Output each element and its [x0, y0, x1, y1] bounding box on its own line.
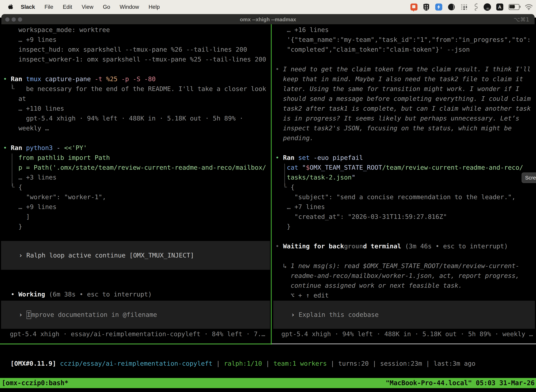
terminal-line: … +7 lines: [275, 202, 536, 212]
terminal-line: … +9 lines: [3, 35, 271, 45]
pane-divider[interactable]: [271, 24, 272, 345]
apple-logo[interactable]: [8, 4, 13, 10]
terminal-line: keep that in mind. Maybe I also need the…: [275, 74, 536, 84]
right-input-placeholder: Explain this codebase: [295, 311, 379, 318]
terminal-line: "completed","claim_token":"claim-token"}…: [275, 45, 536, 54]
terminal-line: • I need to get the claim token from the…: [275, 64, 536, 74]
omx-ralph-counter: ralph:1/10: [224, 360, 262, 367]
bolt-app-icon[interactable]: [435, 3, 442, 11]
left-input-placeholder: mprove documentation in @filename: [31, 311, 157, 318]
terminal-line: from pathlib import Path: [3, 153, 271, 163]
terminal-line: • Ran python3 - <<'PY': [3, 143, 271, 153]
working-label: Working: [19, 291, 45, 298]
terminal-line: "worker": "worker-1",: [3, 192, 271, 202]
keyboard-layout-label: A: [498, 5, 502, 10]
terminal-line: [275, 143, 536, 153]
left-pane-border: [0, 344, 271, 344]
terminal-line: ↳ 1 new msg(s): read $OMX_TEAM_STATE_ROO…: [275, 261, 536, 271]
keyboard-layout-icon[interactable]: A: [496, 4, 503, 10]
terminal-line: └ {: [275, 182, 536, 192]
working-status-line: • Working (6m 38s • esc to interrupt): [3, 280, 152, 289]
terminal-line: [275, 232, 536, 241]
ralph-status-text: Ralph loop active continue [OMX_TMUX_INJ…: [26, 252, 194, 259]
menu-item-view[interactable]: View: [81, 4, 93, 10]
wifi-icon[interactable]: [525, 4, 533, 10]
ralph-prompt-chevron: ›: [19, 252, 23, 259]
terminal-line: [3, 64, 271, 74]
terminal-line: workspace_mode: worktree: [3, 25, 271, 35]
battery-icon[interactable]: [509, 4, 519, 10]
right-pane: … +16 lines '{"team_name":"my-team","tas…: [272, 24, 536, 344]
left-input-chevron: ›: [19, 311, 23, 318]
tmux-session-name[interactable]: [omx-cczip0:bash*: [2, 378, 68, 388]
terminal-line: }: [3, 222, 271, 232]
terminal-line: readme-and-reco/mailbox/worker-1.json, a…: [275, 271, 536, 281]
omx-last-activity: last:3m ago: [433, 360, 475, 367]
terminal-line: is in progress? It seems likely but perh…: [275, 113, 536, 123]
screen: { "menu_bar": { "app": "Slack", "items":…: [0, 0, 536, 392]
right-prompt-input[interactable]: › Explain this codebase: [273, 301, 535, 329]
omx-session-time: session:23m: [380, 360, 422, 367]
omx-status-bar: [OMX#0.11.9] cczip/essay/ai-reimplementa…: [3, 349, 475, 359]
terminal-line: • Ran tmux capture-pane -t %25 -p -S -80: [3, 74, 271, 84]
terminal-line: inspect_worker-1: omx sparkshell --tmux-…: [3, 54, 271, 64]
omx-version: [OMX#0.11.9]: [10, 360, 56, 367]
right-pane-border: [272, 344, 536, 344]
terminal-line: … +9 lines: [3, 202, 271, 212]
terminal-line: [3, 133, 271, 143]
tree-guide-line: [12, 154, 12, 186]
terminal-line: later. Using the same for transition mig…: [275, 84, 536, 94]
menu-item-window[interactable]: Window: [120, 4, 139, 10]
menu-item-slack[interactable]: Slack: [21, 4, 35, 10]
terminal-line: continue assigned work or next feasible …: [275, 281, 536, 290]
left-prompt-input[interactable]: › Improve documentation in @filename: [1, 301, 270, 329]
window-shortcut-hint: ⌥⌘1: [514, 14, 529, 25]
terminal-line: pending.: [275, 133, 536, 143]
terminal-line: p = Path('.omx/state/team/review-current…: [3, 163, 271, 173]
terminal-line: weekly …: [3, 123, 271, 133]
omx-team-workers: team:1 workers: [273, 360, 327, 367]
omx-turns: turns:20: [338, 360, 368, 367]
terminal-line: [275, 54, 536, 64]
terminal-line: ⌥ + ↑ edit: [275, 290, 536, 300]
terminal-line: └ be necessary for the end of the README…: [3, 84, 271, 94]
terminal-line: inspect_hud: omx sparkshell --tmux-pane …: [3, 45, 271, 54]
hook-icon[interactable]: [473, 3, 478, 11]
tmux-host-clock: "MacBook-Pro-44.local" 05:03 31-Mar-26: [386, 378, 535, 388]
ralph-status-box: › Ralph loop active continue [OMX_TMUX_I…: [1, 241, 270, 270]
menu-item-go[interactable]: Go: [103, 4, 110, 10]
timer-badge-label: ..61: [485, 7, 489, 10]
screen-tooltip: Scre: [522, 173, 536, 183]
grid-shield-icon[interactable]: [423, 3, 430, 11]
terminal-line: }: [275, 222, 536, 232]
terminal-line: "subject": "send a concise recommendatio…: [275, 192, 536, 202]
tmux-status-bar: [omx-cczip0:bash* "MacBook-Pro-44.local"…: [0, 378, 536, 388]
crescent-app-icon[interactable]: [448, 3, 455, 11]
terminal-line: tasks/task-2.json": [275, 173, 536, 182]
terminal-line: … +16 lines: [275, 25, 536, 35]
terminal-line: • Ran set -euo pipefail: [275, 153, 536, 163]
terminal-line: inspect task2's JSON, focusing on the st…: [275, 123, 536, 133]
terminal-line: should send a message before completing …: [275, 94, 536, 104]
working-detail: (6m 38s • esc to interrupt): [45, 291, 152, 298]
window-title: omx --xhigh --madmax: [1, 14, 535, 25]
working-bullet: •: [11, 291, 18, 298]
terminal-line: cat "$OMX_TEAM_STATE_ROOT/team/review-cu…: [275, 163, 536, 173]
timer-badge-icon[interactable]: ..61: [483, 3, 491, 11]
right-session-status: gpt-5.4 xhigh · 94% left · 488K in · 5.1…: [281, 329, 533, 339]
window-title-bar: omx --xhigh --madmax ⌥⌘1: [1, 14, 535, 24]
tree-guide-line: [12, 84, 12, 89]
menu-item-edit[interactable]: Edit: [63, 4, 72, 10]
terminal-line: '{"team_name":"my-team","task_id":"1","f…: [275, 35, 536, 45]
chat-app-icon[interactable]: [411, 4, 417, 10]
dots-grid-icon[interactable]: [460, 3, 468, 11]
menu-item-file[interactable]: File: [44, 4, 53, 10]
terminal-line: at: [3, 94, 271, 104]
terminal-line: "created_at": "2026-03-31T11:59:27.816Z": [275, 212, 536, 222]
terminal-line: └ {: [3, 182, 271, 192]
left-session-status: gpt-5.4 xhigh · essay/ai-reimplementatio…: [10, 329, 265, 339]
terminal-line: … +3 lines: [3, 173, 271, 182]
menu-item-help[interactable]: Help: [148, 4, 160, 10]
terminal-line: gpt-5.4 xhigh · 94% left · 488K in · 5.1…: [3, 113, 271, 123]
terminal-line: [275, 251, 536, 261]
